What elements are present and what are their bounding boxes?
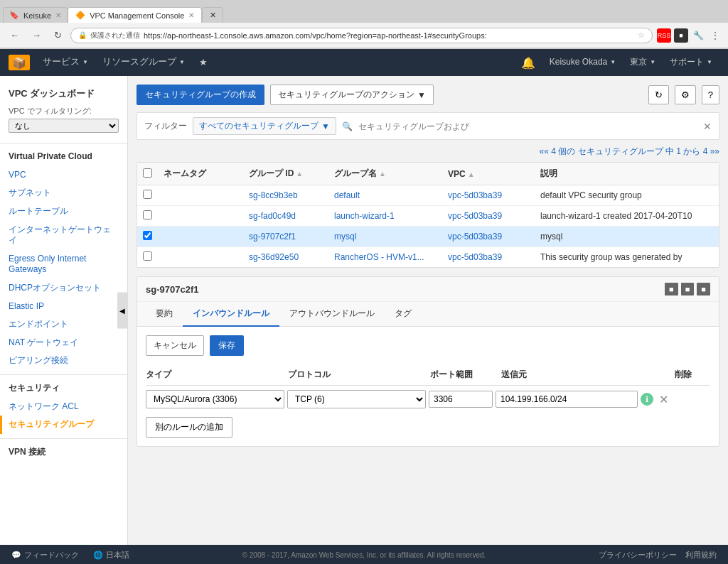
sidebar-item-vpc[interactable]: VPC [0, 166, 127, 185]
bookmark-star[interactable]: ☆ [638, 31, 645, 40]
select-all-checkbox[interactable] [143, 168, 152, 178]
row-checkbox-3[interactable] [143, 251, 152, 261]
filter-label: VPC でフィルタリング: [9, 106, 119, 116]
cell-gname-3: RancherOS - HVM-v1... [328, 247, 442, 268]
url-bar[interactable]: 🔒 保護された通信 https://ap-northeast-1.console… [70, 28, 653, 43]
th-group-name[interactable]: グループ名▲ [328, 163, 442, 185]
row-checkbox-2[interactable] [143, 231, 152, 240]
actions-label: セキュリティグループのアクション [278, 89, 414, 101]
sidebar-item-subnet[interactable]: サブネット [0, 184, 127, 202]
black-icon[interactable]: ■ [674, 28, 688, 43]
nav-resources[interactable]: リソースグループ ▼ [95, 49, 192, 76]
cancel-button[interactable]: キャンセル [146, 335, 204, 356]
table-row[interactable]: sg-8cc9b3ebdefaultvpc-5d03ba39default VP… [137, 185, 719, 206]
row-checkbox-0[interactable] [143, 190, 152, 199]
sidebar-item-peering[interactable]: ピアリング接続 [0, 352, 127, 370]
sidebar-item-egress-only[interactable]: Egress Only Internet Gateways [0, 250, 127, 279]
detail-header: sg-9707c2f1 ■ ■ ■ [137, 277, 719, 302]
menu-icon[interactable]: ⋮ [708, 28, 722, 43]
sidebar-item-nacl[interactable]: ネットワーク ACL [0, 398, 127, 416]
nav-bookmark[interactable]: ★ [192, 49, 215, 76]
group-id-link-3[interactable]: sg-36d92e50 [249, 252, 299, 262]
forward-button[interactable]: → [28, 28, 46, 43]
help-button[interactable]: ? [702, 85, 719, 104]
region-triangle: ▼ [650, 59, 655, 65]
browser-tab-active[interactable]: 🔶 VPC Management Console ✕ [68, 7, 202, 23]
nav-services[interactable]: サービス ▼ [36, 49, 95, 76]
rule-protocol-select[interactable]: TCP (6) [287, 390, 426, 408]
rule-port-input[interactable] [429, 391, 493, 408]
terms-link[interactable]: 利用規約 [685, 550, 717, 560]
group-name-link-0[interactable]: default [334, 190, 360, 200]
rule-type-select[interactable]: MySQL/Aurora (3306) [146, 390, 284, 408]
th-name[interactable]: ネームタグ [158, 163, 243, 185]
browser-tab-new[interactable]: ✕ [202, 7, 223, 23]
url-prefix: 保護された通信 [90, 31, 140, 40]
add-rule-button[interactable]: 別のルールの追加 [146, 417, 232, 438]
detail-icon-3[interactable]: ■ [697, 283, 710, 295]
tab-summary[interactable]: 要約 [146, 302, 183, 327]
feedback-button[interactable]: 💬 フィードバック [11, 550, 79, 560]
detail-icon-1[interactable]: ■ [665, 283, 678, 295]
group-id-link-2[interactable]: sg-9707c2f1 [249, 232, 296, 242]
create-sg-button[interactable]: セキュリティグループの作成 [136, 85, 264, 105]
sidebar-item-routetable[interactable]: ルートテーブル [0, 202, 127, 221]
th-group-id[interactable]: グループ ID▲ [243, 163, 328, 185]
table-row[interactable]: sg-fad0c49dlaunch-wizard-1vpc-5d03ba39la… [137, 206, 719, 227]
filter-select-arrow: ▼ [321, 121, 330, 131]
table-row[interactable]: sg-9707c2f1mysqlvpc-5d03ba39mysql [137, 227, 719, 247]
bell-icon[interactable]: 🔔 [514, 56, 542, 70]
sidebar-item-sg[interactable]: セキュリティグループ [0, 416, 127, 434]
filter-clear-button[interactable]: ✕ [703, 121, 712, 132]
group-name-link-1[interactable]: launch-wizard-1 [334, 211, 395, 221]
rule-source-input[interactable] [496, 391, 638, 408]
sidebar-item-igw[interactable]: インターネットゲートウェイ [0, 221, 127, 250]
sidebar-item-endpoint[interactable]: エンドポイント [0, 315, 127, 334]
reload-button[interactable]: ↻ [50, 28, 66, 43]
refresh-button[interactable]: ↻ [648, 85, 669, 104]
tab-close-2[interactable]: ✕ [188, 11, 194, 19]
group-id-link-0[interactable]: sg-8cc9b3eb [249, 190, 298, 200]
tab-tags[interactable]: タグ [385, 302, 422, 327]
tab-outbound[interactable]: アウトバウンドルール [279, 302, 385, 327]
cell-gname-0: default [328, 185, 442, 206]
vpc-link-2[interactable]: vpc-5d03ba39 [448, 232, 502, 242]
table-row[interactable]: sg-36d92e50RancherOS - HVM-v1...vpc-5d03… [137, 247, 719, 268]
vpc-link-1[interactable]: vpc-5d03ba39 [448, 211, 502, 221]
pagination-text[interactable]: «« 4 個の セキュリティグループ 中 1 から 4 »» [540, 146, 719, 156]
sidebar: VPC ダッシュボード VPC でフィルタリング: なし Virtual Pri… [0, 76, 128, 545]
sidebar-scroll-button[interactable]: ◀ [117, 293, 127, 329]
tab-inbound[interactable]: インバウンドルール [183, 302, 279, 327]
back-button[interactable]: ← [6, 28, 23, 43]
sidebar-item-dhcp[interactable]: DHCPオプションセット [0, 279, 127, 298]
row-checkbox-1[interactable] [143, 210, 152, 219]
ext-icon[interactable]: 🔧 [691, 28, 705, 43]
filter-select-button[interactable]: すべてのセキュリティグループ ▼ [193, 117, 336, 135]
rss-icon[interactable]: RSS [657, 28, 671, 43]
privacy-link[interactable]: プライバシーポリシー [599, 550, 677, 560]
search-input[interactable] [358, 121, 697, 131]
th-vpc[interactable]: VPC▲ [442, 163, 535, 185]
save-button[interactable]: 保存 [210, 335, 244, 356]
language-button[interactable]: 🌐 日本語 [93, 550, 129, 560]
browser-tab-keisuke[interactable]: 🔖 Keisuke ✕ [3, 7, 68, 23]
actions-button[interactable]: セキュリティグループのアクション ▼ [270, 85, 434, 105]
tab-close-1[interactable]: ✕ [55, 11, 61, 19]
nav-user[interactable]: Keisuke Okada ▼ [542, 49, 623, 76]
group-name-link-2[interactable]: mysql [334, 232, 356, 242]
sidebar-section-vpn: VPN 接続 [0, 443, 127, 462]
settings-button[interactable]: ⚙ [675, 85, 696, 104]
sidebar-section-vpc: Virtual Private Cloud [0, 148, 127, 166]
nav-region[interactable]: 東京 ▼ [623, 49, 663, 76]
detail-icon-2[interactable]: ■ [681, 283, 695, 295]
sidebar-item-eip[interactable]: Elastic IP [0, 298, 127, 316]
group-name-link-3[interactable]: RancherOS - HVM-v1... [334, 252, 424, 262]
nav-support[interactable]: サポート ▼ [663, 49, 719, 76]
rule-delete-button[interactable]: ✕ [659, 393, 668, 406]
vpc-link-0[interactable]: vpc-5d03ba39 [448, 190, 502, 200]
vpc-link-3[interactable]: vpc-5d03ba39 [448, 252, 502, 262]
sidebar-item-nat[interactable]: NAT ゲートウェイ [0, 334, 127, 352]
rule-info-button[interactable]: ℹ [641, 393, 653, 406]
group-id-link-1[interactable]: sg-fad0c49d [249, 211, 296, 221]
vpc-filter-select[interactable]: なし [9, 119, 119, 133]
